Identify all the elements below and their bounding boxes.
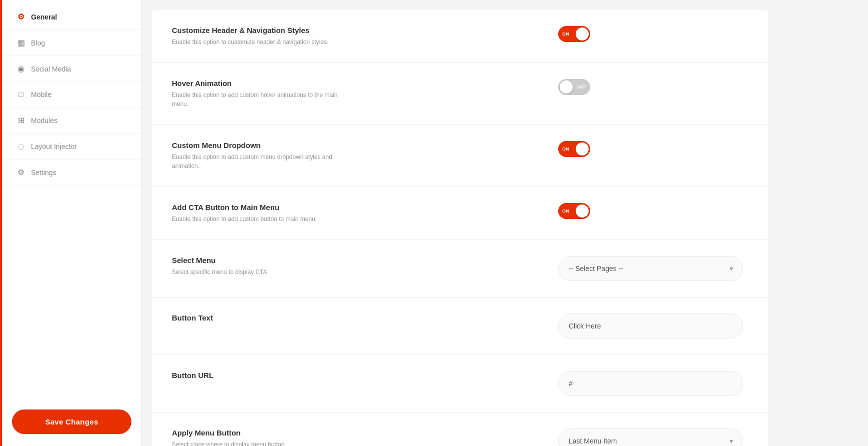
setting-label: Apply Menu Button	[172, 428, 352, 437]
sidebar-item-label: Blog	[31, 39, 45, 47]
setting-label: Customize Header & Navigation Styles	[172, 26, 352, 34]
sidebar-item-blog[interactable]: ▦ Blog	[2, 30, 141, 56]
setting-control	[558, 371, 748, 396]
setting-info: Select Menu Select specific menu to disp…	[172, 256, 352, 276]
setting-desc: Enable this option to add custom button …	[172, 214, 352, 224]
toggle-knob	[560, 80, 573, 94]
sidebar-item-layout-injector[interactable]: ◌ Layout Injector	[2, 134, 141, 160]
setting-info: Custom Menu Dropdown Enable this option …	[172, 141, 352, 170]
sidebar-item-label: Layout Injector	[31, 142, 77, 150]
sidebar-item-modules[interactable]: ⊞ Modules	[2, 108, 141, 134]
settings-icon: ⚙	[16, 168, 26, 177]
sidebar-item-label: Social Media	[31, 65, 71, 73]
layout-icon: ◌	[16, 142, 26, 151]
setting-info: Add CTA Button to Main Menu Enable this …	[172, 203, 352, 224]
sidebar-item-label: Mobile	[31, 90, 51, 98]
sidebar-item-settings[interactable]: ⚙ Settings	[2, 160, 141, 186]
setting-label: Custom Menu Dropdown	[172, 141, 352, 150]
mobile-icon: □	[16, 90, 26, 99]
setting-desc: Enable this option to add custom menu dr…	[172, 152, 352, 170]
sidebar: ⚙ General ▦ Blog ◉ Social Media □ Mobile…	[2, 0, 142, 446]
select-pages-input[interactable]: -- Select Pages --	[558, 256, 743, 281]
toggle-knob	[576, 28, 589, 40]
sidebar-item-mobile[interactable]: □ Mobile	[2, 82, 141, 108]
setting-desc: Select specific menu to display CTA	[172, 268, 352, 276]
setting-label: Select Menu	[172, 256, 352, 264]
setting-control: -- Select Pages -- ▾	[558, 256, 748, 281]
sidebar-item-label: General	[31, 13, 57, 21]
sidebar-item-label: Modules	[31, 116, 57, 124]
save-changes-button[interactable]: Save Changes	[12, 410, 131, 434]
modules-icon: ⊞	[16, 116, 26, 125]
setting-control	[558, 314, 748, 338]
apply-menu-button-wrapper: Last Menu Item First Menu Item After Log…	[558, 428, 743, 446]
toggle-hover-animation[interactable]: OFF	[558, 79, 590, 95]
toggle-label: OFF	[577, 84, 587, 90]
setting-label: Hover Animation	[172, 79, 352, 88]
setting-control: OFF	[558, 79, 748, 95]
setting-apply-menu-button: Apply Menu Button Select place where to …	[152, 412, 768, 446]
toggle-customize-header[interactable]: ON	[558, 26, 590, 42]
select-pages-wrapper: -- Select Pages -- ▾	[558, 256, 743, 281]
setting-info: Apply Menu Button Select place where to …	[172, 428, 352, 446]
setting-custom-menu-dropdown: Custom Menu Dropdown Enable this option …	[152, 125, 768, 187]
button-url-input[interactable]	[558, 371, 743, 396]
gear-icon: ⚙	[16, 12, 26, 22]
setting-button-text: Button Text	[152, 298, 768, 355]
setting-hover-animation: Hover Animation Enable this option to ad…	[152, 63, 768, 125]
setting-label: Button Text	[172, 314, 352, 322]
setting-button-url: Button URL	[152, 355, 768, 412]
setting-label: Add CTA Button to Main Menu	[172, 203, 352, 212]
setting-add-cta-button: Add CTA Button to Main Menu Enable this …	[152, 187, 768, 240]
main-content: Customize Header & Navigation Styles Ena…	[142, 0, 778, 446]
setting-info: Button Text	[172, 314, 352, 325]
toggle-knob	[576, 204, 589, 218]
sidebar-footer: Save Changes	[2, 398, 141, 446]
toggle-knob	[576, 142, 589, 156]
setting-label: Button URL	[172, 371, 352, 380]
sidebar-item-label: Settings	[31, 168, 56, 176]
setting-desc: Select place where to display menu butto…	[172, 440, 352, 446]
setting-desc: Enable this option to add custom hover a…	[172, 90, 352, 108]
setting-control: ON	[558, 203, 748, 219]
social-icon: ◉	[16, 64, 26, 74]
sidebar-item-general[interactable]: ⚙ General	[2, 4, 141, 30]
setting-control: ON	[558, 26, 748, 42]
setting-info: Hover Animation Enable this option to ad…	[172, 79, 352, 108]
setting-select-menu: Select Menu Select specific menu to disp…	[152, 240, 768, 298]
content-panel: Customize Header & Navigation Styles Ena…	[152, 10, 768, 446]
setting-info: Customize Header & Navigation Styles Ena…	[172, 26, 352, 46]
blog-icon: ▦	[16, 38, 26, 48]
sidebar-item-social-media[interactable]: ◉ Social Media	[2, 56, 141, 82]
setting-control: Last Menu Item First Menu Item After Log…	[558, 428, 748, 446]
setting-control: ON	[558, 141, 748, 157]
button-text-input[interactable]	[558, 314, 743, 338]
toggle-custom-menu-dropdown[interactable]: ON	[558, 141, 590, 157]
toggle-label: ON	[562, 208, 570, 214]
apply-menu-button-select[interactable]: Last Menu Item First Menu Item After Log…	[558, 428, 743, 446]
toggle-label: ON	[562, 146, 570, 152]
setting-desc: Enable this option to customize header &…	[172, 38, 352, 46]
toggle-label: ON	[562, 32, 570, 36]
right-panel	[778, 0, 868, 446]
setting-info: Button URL	[172, 371, 352, 382]
setting-customize-header: Customize Header & Navigation Styles Ena…	[152, 10, 768, 63]
sidebar-nav: ⚙ General ▦ Blog ◉ Social Media □ Mobile…	[2, 0, 141, 398]
toggle-add-cta-button[interactable]: ON	[558, 203, 590, 219]
